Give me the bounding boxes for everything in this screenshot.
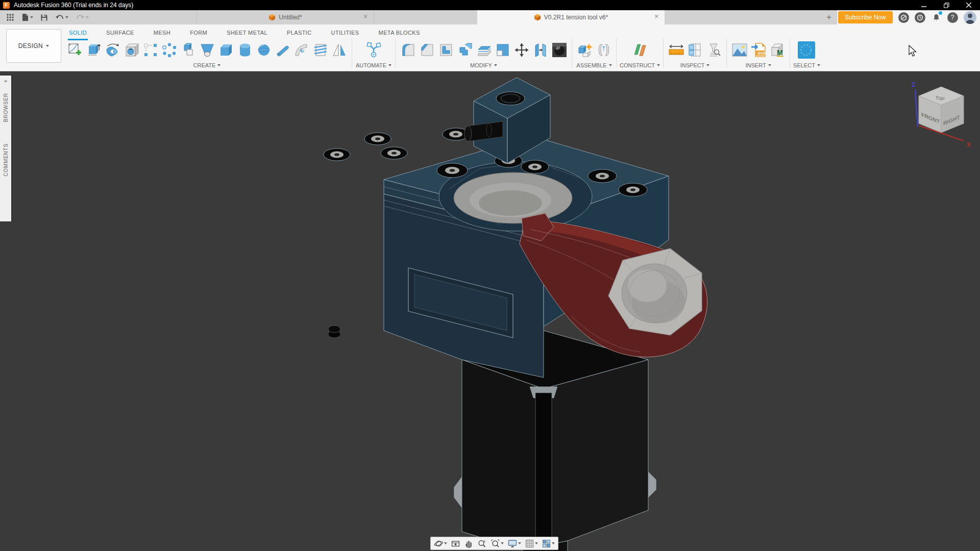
help-glyph: ? — [951, 14, 954, 21]
undo-caret-icon — [65, 16, 68, 20]
sidebar-item-browser[interactable]: BROWSER — [3, 93, 9, 122]
undo-button[interactable] — [53, 13, 70, 22]
group-separator — [663, 38, 664, 68]
subscribe-now-button[interactable]: Subscribe Now — [838, 11, 893, 23]
zoom-icon[interactable]: ± — [476, 538, 488, 549]
automate-icon[interactable] — [355, 39, 392, 61]
group-construct: CONSTRUCT — [620, 38, 660, 68]
emboss-icon[interactable]: E — [292, 39, 311, 61]
chamfer-icon[interactable] — [418, 39, 436, 61]
save-button[interactable] — [38, 13, 50, 22]
circular-pattern-icon[interactable] — [160, 39, 179, 61]
notifications-icon[interactable] — [931, 12, 942, 23]
viewcube[interactable]: TOP FRONT RIGHT Z X — [910, 76, 980, 149]
fit-caret-icon — [501, 542, 504, 546]
group-label-insert[interactable]: INSERT — [745, 62, 771, 68]
physical-material-icon[interactable] — [550, 39, 569, 61]
draft-analysis-icon[interactable] — [704, 39, 723, 61]
orbit-icon[interactable] — [433, 538, 448, 549]
insert-svg-icon[interactable]: SVG — [749, 39, 768, 61]
ribbon-toolbar: DESIGN SOLID SURFACE MESH FORM SHEET MET… — [0, 24, 980, 71]
document-tab-label: V0.2R1 tension tool v6* — [544, 14, 608, 21]
model-3d[interactable] — [0, 71, 980, 551]
display-settings-icon[interactable] — [506, 538, 522, 549]
section-analysis-icon[interactable] — [685, 39, 704, 61]
group-label-select[interactable]: SELECT — [793, 62, 820, 68]
canvas-image-icon[interactable] — [730, 39, 749, 61]
fillet-icon[interactable] — [399, 39, 418, 61]
align-icon[interactable] — [531, 39, 550, 61]
document-tab-active[interactable]: V0.2R1 tension tool v6* × — [477, 10, 665, 24]
pipe-icon[interactable] — [273, 39, 292, 61]
construct-caret-icon — [657, 64, 660, 68]
revolve-icon[interactable] — [103, 39, 122, 61]
axis-z-label: Z — [912, 81, 915, 88]
close-button[interactable] — [958, 0, 980, 10]
select-tool-icon[interactable] — [793, 39, 820, 61]
measure-icon[interactable] — [667, 39, 685, 61]
help-icon[interactable]: ? — [947, 12, 958, 23]
restore-button[interactable] — [935, 0, 958, 10]
move-copy-icon[interactable] — [512, 39, 531, 61]
document-tab-untitled[interactable]: Untitled* × — [197, 10, 374, 24]
select-caret-icon — [817, 64, 820, 68]
combine-icon[interactable] — [455, 39, 474, 61]
app-grid-icon[interactable] — [4, 12, 16, 22]
construct-plane-icon[interactable] — [624, 39, 656, 61]
cylinder-primitive-icon[interactable] — [235, 39, 254, 61]
modify-caret-icon — [494, 64, 497, 68]
look-at-icon[interactable] — [450, 538, 461, 549]
group-label-construct[interactable]: CONSTRUCT — [620, 62, 660, 68]
minimize-button[interactable] — [913, 0, 935, 10]
loft-icon[interactable] — [198, 39, 216, 61]
group-inspect: INSPECT — [667, 38, 723, 68]
window-titlebar: F Autodesk Fusion 360 (Trial ends in 24 … — [0, 0, 980, 10]
group-separator — [352, 38, 352, 68]
avatar[interactable] — [964, 11, 976, 24]
group-label-modify[interactable]: MODIFY — [470, 62, 497, 68]
insert-mcmaster-icon[interactable]: M — [768, 39, 787, 61]
group-insert: SVG M INSERT — [730, 38, 787, 68]
close-tab-icon[interactable]: × — [361, 13, 370, 21]
sphere-primitive-icon[interactable] — [254, 39, 273, 61]
fit-icon[interactable] — [489, 538, 505, 549]
group-label-assemble[interactable]: ASSEMBLE — [576, 62, 611, 68]
create-sketch-icon[interactable] — [65, 39, 84, 61]
viewport-canvas[interactable]: » BROWSER COMMENTS TOP FRONT RIGHT Z X — [0, 71, 980, 551]
mirror-icon[interactable] — [330, 39, 349, 61]
box-primitive-icon[interactable] — [216, 39, 235, 61]
split-body-icon[interactable] — [493, 39, 512, 61]
hole-icon[interactable] — [122, 39, 141, 61]
svg-badge-text: SVG — [757, 51, 766, 56]
window-title: Autodesk Fusion 360 (Trial ends in 24 da… — [14, 2, 133, 9]
redo-button[interactable] — [74, 13, 91, 22]
grid-settings-icon[interactable] — [524, 538, 539, 549]
close-tab-icon[interactable]: × — [652, 13, 660, 21]
joint-icon[interactable] — [594, 39, 613, 61]
group-label-create[interactable]: CREATE — [193, 62, 221, 68]
offset-face-icon[interactable] — [474, 39, 493, 61]
group-label-automate[interactable]: AUTOMATE — [356, 62, 391, 68]
expand-panel-icon[interactable]: » — [4, 76, 7, 93]
sidebar-item-comments[interactable]: COMMENTS — [3, 143, 9, 177]
notification-badge — [939, 11, 942, 15]
file-menu-button[interactable] — [19, 12, 35, 22]
pan-icon[interactable] — [463, 538, 475, 549]
group-separator — [616, 38, 617, 68]
document-tab-label: Untitled* — [279, 14, 302, 21]
derive-icon[interactable] — [179, 39, 198, 61]
recent-activity-icon[interactable] — [915, 12, 925, 23]
group-label-inspect[interactable]: INSPECT — [680, 62, 710, 68]
workspace-selector[interactable]: DESIGN — [6, 29, 61, 63]
shell-icon[interactable] — [436, 39, 455, 61]
viewports-icon[interactable] — [541, 538, 556, 549]
extensions-icon[interactable] — [898, 12, 909, 23]
workspace-caret-icon — [46, 45, 49, 48]
rectangular-pattern-icon[interactable] — [141, 39, 160, 61]
extrude-icon[interactable] — [84, 39, 103, 61]
thread-icon[interactable] — [311, 39, 330, 61]
new-component-icon[interactable] — [575, 39, 594, 61]
left-dock: » BROWSER COMMENTS — [0, 76, 11, 221]
group-create: E CREATE — [65, 38, 349, 68]
new-document-button[interactable]: + — [823, 12, 835, 23]
